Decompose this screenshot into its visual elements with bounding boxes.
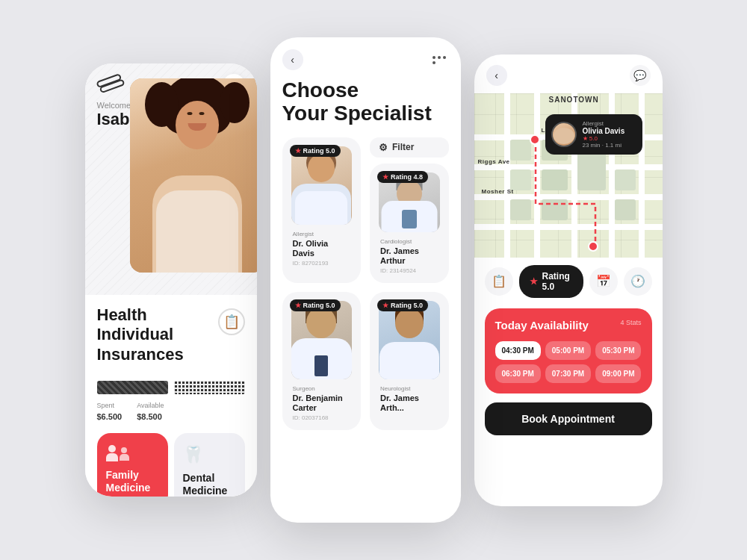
tooth-icon: 🦷 xyxy=(183,445,236,464)
phone1-bottom: Health Individual Insurances 📋 Spent $6.… xyxy=(85,295,257,497)
time-slot-0630[interactable]: 06:30 PM xyxy=(495,364,541,383)
spent-amount: Spent $6.500 xyxy=(97,402,123,423)
specialists-grid: ★ Rating 5.0 Allergist Dr. Olivia Davis … xyxy=(270,137,461,431)
phone3: ‹ 💬 xyxy=(474,55,663,506)
amounts-row: Spent $6.500 Available $8.500 xyxy=(97,402,245,423)
map-pin-start xyxy=(530,134,540,145)
time-slot-0430[interactable]: 04:30 PM xyxy=(495,341,541,360)
james2-rating: ★ Rating 5.0 xyxy=(377,299,428,311)
app-logo xyxy=(97,75,124,92)
olivia-photo xyxy=(291,146,353,225)
specialist-card-james[interactable]: ★ Rating 4.8 Cardiologist Dr. Jame xyxy=(370,164,449,283)
james2-info: Neurologist Dr. James Arth... xyxy=(379,385,440,413)
time-slot-0730[interactable]: 07:30 PM xyxy=(545,364,591,383)
time-slot-0900[interactable]: 09:00 PM xyxy=(595,364,641,383)
avail-header: Today Availability 4 Stats xyxy=(495,319,642,332)
available-label: Available xyxy=(137,402,164,409)
spent-label: Spent xyxy=(97,402,123,409)
available-amount: Available $8.500 xyxy=(137,402,164,423)
chat-icon[interactable]: 💬 xyxy=(630,65,651,86)
spent-value: $6.500 xyxy=(97,412,123,421)
map-doctor-avatar xyxy=(551,122,577,147)
benjamin-info: Surgeon Dr. Benjamin Carter ID: 02037168 xyxy=(291,385,353,421)
phone2: ‹ Choose Your Specialist ★ Rating 5.0 xyxy=(270,37,461,523)
avail-title: Today Availability xyxy=(495,319,589,332)
specialist-card-olivia[interactable]: ★ Rating 5.0 Allergist Dr. Olivia Davis … xyxy=(282,137,362,283)
phone3-back-button[interactable]: ‹ xyxy=(486,65,507,86)
hero-image xyxy=(130,78,257,273)
james-info: Cardiologist Dr. James Arthur ID: 231495… xyxy=(379,238,440,274)
map-doctor-bubble[interactable]: Allergist Olivia Davis ★ 5.0 23 min · 1.… xyxy=(545,114,642,155)
phone1-top: Welcome! Isabella xyxy=(85,63,257,295)
phone2-header: ‹ xyxy=(270,37,461,79)
street-label-2: Riggs Ave xyxy=(478,158,510,165)
people-icon xyxy=(106,445,159,461)
map-doctor-info: Allergist Olivia Davis ★ 5.0 23 min · 1.… xyxy=(583,120,635,149)
choose-specialist-title: Choose Your Specialist xyxy=(282,79,449,125)
specialist-card-james2[interactable]: ★ Rating 5.0 Neurologist Dr. James Arth.… xyxy=(370,292,449,430)
back-button[interactable]: ‹ xyxy=(282,49,303,70)
benjamin-photo xyxy=(291,301,353,379)
james2-photo xyxy=(379,301,440,379)
rating-star: ★ xyxy=(530,276,538,287)
clock-action-btn[interactable]: 🕐 xyxy=(624,267,652,296)
filter-button[interactable]: ⚙ Filter xyxy=(370,137,449,158)
map-city-label: SANOTOWN xyxy=(549,96,599,104)
phone2-title: Choose Your Specialist xyxy=(270,79,461,137)
map-area: Laurens St Riggs Ave Mosher St SANOTOWN … xyxy=(474,93,663,258)
time-slots: 04:30 PM 05:00 PM 05:30 PM 06:30 PM 07:3… xyxy=(495,341,642,383)
olivia-rating: ★ Rating 5.0 xyxy=(290,145,341,157)
street-label-3: Mosher St xyxy=(482,188,514,195)
time-slot-0500[interactable]: 05:00 PM xyxy=(545,341,591,360)
progress-bar-spent xyxy=(97,381,168,394)
action-row: 📋 ★ Rating 5.0 📅 🕐 xyxy=(485,265,652,298)
service-card-dental[interactable]: 🦷 Dental Medicine xyxy=(174,433,245,497)
olivia-info: Allergist Dr. Olivia Davis ID: 82702193 xyxy=(291,231,353,267)
clipboard-action-btn[interactable]: 📋 xyxy=(485,267,513,296)
service-cards: Family Medicine 🦷 Dental Medicine xyxy=(97,433,245,497)
book-appointment-button[interactable]: Book Appointment xyxy=(485,402,652,435)
progress-bar-available xyxy=(174,381,245,394)
service-card-family[interactable]: Family Medicine xyxy=(97,433,168,497)
col2-top: ⚙ Filter ★ Rating 4.8 xyxy=(370,137,449,283)
rating-pill-label: Rating 5.0 xyxy=(542,271,573,292)
time-row-1: 04:30 PM 05:00 PM 05:30 PM xyxy=(495,341,642,360)
availability-card: Today Availability 4 Stats 04:30 PM 05:0… xyxy=(485,308,652,393)
rating-pill[interactable]: ★ Rating 5.0 xyxy=(519,265,583,298)
calendar-action-btn[interactable]: 📅 xyxy=(589,267,618,296)
family-medicine-label: Family Medicine xyxy=(106,469,159,494)
dental-medicine-label: Dental Medicine xyxy=(183,472,236,497)
progress-bars xyxy=(97,381,245,394)
phone3-header: ‹ 💬 xyxy=(474,55,663,93)
available-value: $8.500 xyxy=(137,412,162,421)
map-pin-end xyxy=(588,241,598,252)
clipboard-icon[interactable]: 📋 xyxy=(218,308,245,335)
avail-stats: 4 Stats xyxy=(620,319,641,326)
phone3-content: 📋 ★ Rating 5.0 📅 🕐 Today Availability 4 … xyxy=(474,258,663,446)
phones-container: Welcome! Isabella xyxy=(85,37,663,523)
phone1: Welcome! Isabella xyxy=(85,63,257,497)
james-rating: ★ Rating 4.8 xyxy=(377,171,428,183)
insurance-title: Health Individual Insurances xyxy=(97,305,209,364)
specialist-card-benjamin[interactable]: ★ Rating 5.0 Surgeon Dr. Benjamin Carter… xyxy=(282,292,362,430)
filter-icon: ⚙ xyxy=(379,142,388,153)
menu-dots[interactable] xyxy=(433,56,449,64)
benjamin-rating: ★ Rating 5.0 xyxy=(290,299,341,311)
time-slot-0530[interactable]: 05:30 PM xyxy=(595,341,641,360)
time-row-2: 06:30 PM 07:30 PM 09:00 PM xyxy=(495,364,642,383)
